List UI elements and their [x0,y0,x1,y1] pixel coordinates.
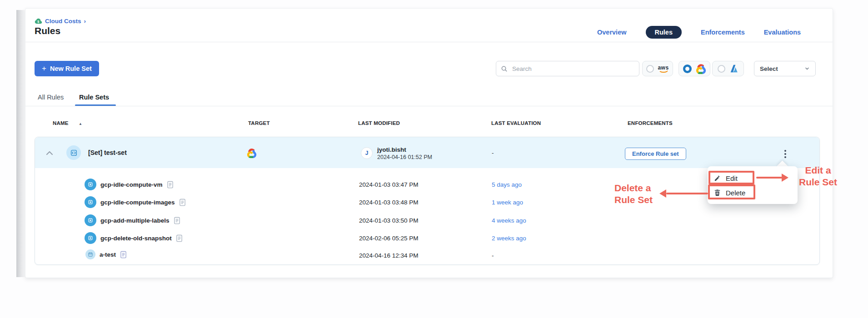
select-label: Select [760,65,778,72]
rule-set-card: [Set] test-set J jyoti.bisht 2024-04-16 … [35,137,820,265]
enforce-rule-set-button[interactable]: Enforce Rule set [625,148,686,160]
tab-all-rules[interactable]: All Rules [38,94,64,101]
rule-doc-icon[interactable] [120,251,127,258]
rule-icon [85,179,96,190]
rule-doc-icon[interactable] [167,181,174,189]
panel-edge-shadow [16,10,25,277]
rule-modified: 2024-02-06 05:25 PM [359,235,419,242]
menu-item-delete-label: Delete [726,189,745,197]
new-rule-set-button[interactable]: + New Rule Set [35,61,99,76]
column-header-last-evaluation: LAST EVALUATION [491,120,541,126]
breadcrumb[interactable]: $ Cloud Costs › [35,17,86,25]
breadcrumb-separator: › [84,18,86,25]
rule-icon [85,214,96,226]
rule-name[interactable]: gcp-idle-compute-vm [100,181,163,188]
table-row[interactable]: gcp-add-multiple-labels 2024-01-03 03:50… [35,211,819,229]
gcp-icon [695,63,706,74]
table-row[interactable]: gcp-idle-compute-vm 2024-01-03 03:47 PM … [35,175,819,194]
menu-item-edit-label: Edit [726,174,738,182]
tab-overview[interactable]: Overview [597,29,627,36]
aws-icon: aws [658,65,668,73]
rule-set-name[interactable]: [Set] test-set [88,149,127,156]
rule-doc-icon[interactable] [174,217,180,224]
rule-set-icon [66,145,81,160]
rule-doc-icon[interactable] [179,199,186,206]
search-icon [501,65,508,72]
rule-evaluation-value: - [492,252,494,259]
column-header-target: TARGET [248,120,270,126]
gcp-radio[interactable] [683,65,692,73]
tab-rule-sets[interactable]: Rule Sets [79,94,109,101]
pencil-icon [714,175,721,182]
svg-text:$: $ [37,20,39,24]
provider-toggle-aws[interactable]: aws [642,61,673,76]
last-evaluation-value: - [492,149,494,156]
table-row[interactable]: gcp-idle-compute-images 2024-01-03 03:48… [35,193,819,211]
rule-icon [85,232,96,244]
breadcrumb-label[interactable]: Cloud Costs [45,18,81,25]
chevron-down-icon [804,66,810,71]
rule-name[interactable]: a-test [100,251,116,258]
column-header-enforcements: ENFORCEMENTS [628,120,673,126]
last-modified-cell: jyoti.bisht 2024-04-16 01:52 PM [377,146,432,160]
rule-evaluation-link[interactable]: 4 weeks ago [492,217,526,224]
search-input[interactable] [511,65,634,73]
select-dropdown[interactable]: Select [754,61,816,76]
rule-name[interactable]: gcp-add-multiple-labels [100,217,170,224]
table-row[interactable]: gcp-delete-old-snapshot 2024-02-06 05:25… [35,229,819,247]
avatar: J [361,147,373,159]
aws-radio[interactable] [646,65,654,73]
chevron-up-icon[interactable] [46,150,53,156]
rule-icon [85,249,95,259]
azure-icon [729,64,739,74]
main-card: $ Cloud Costs › Rules Overview Rules Enf… [25,8,833,278]
sort-asc-icon[interactable]: ▲ [79,122,82,126]
page: $ Cloud Costs › Rules Overview Rules Enf… [0,0,868,318]
menu-item-edit[interactable]: Edit [714,172,791,184]
trash-icon [714,189,721,196]
tab-enforcements[interactable]: Enforcements [701,29,745,36]
search-box[interactable] [496,61,639,76]
tabs-divider [25,106,833,106]
top-nav: Overview Rules Enforcements Evaluations [597,26,801,39]
menu-item-delete[interactable]: Delete [714,186,791,199]
tab-rules[interactable]: Rules [646,26,682,39]
modified-at: 2024-04-16 01:52 PM [377,154,432,160]
new-rule-set-label: New Rule Set [50,65,92,72]
column-header-name[interactable]: NAME [53,120,69,126]
rule-icon [85,196,96,208]
table-row[interactable]: a-test 2024-04-16 12:34 PM - [35,246,819,264]
azure-radio[interactable] [718,65,725,73]
rule-set-header-row[interactable]: [Set] test-set J jyoti.bisht 2024-04-16 … [35,137,819,168]
modified-by: jyoti.bisht [377,146,432,153]
rule-modified: 2024-01-03 03:48 PM [359,199,419,206]
kebab-menu-icon[interactable] [780,147,790,161]
rule-doc-icon[interactable] [176,234,183,242]
cloud-dollar-icon: $ [35,17,42,25]
rule-modified: 2024-04-16 12:34 PM [359,252,419,259]
plus-icon: + [42,64,46,73]
page-title: Rules [35,25,60,36]
rule-name[interactable]: gcp-delete-old-snapshot [100,235,172,242]
provider-toggle-azure[interactable] [712,61,744,76]
column-header-last-modified: LAST MODIFIED [358,120,400,126]
rule-evaluation-link[interactable]: 1 week ago [492,199,523,206]
rule-modified: 2024-01-03 03:47 PM [359,181,419,188]
tab-evaluations[interactable]: Evaluations [764,29,801,36]
provider-toggle-gcp[interactable] [678,61,710,76]
rule-modified: 2024-01-03 03:50 PM [359,217,419,224]
rule-name[interactable]: gcp-idle-compute-images [100,199,175,206]
rule-evaluation-link[interactable]: 2 weeks ago [492,235,526,242]
rule-evaluation-link[interactable]: 5 days ago [492,181,522,188]
gcp-target-icon [246,148,257,158]
header-divider [25,42,833,42]
context-menu: Edit Delete [708,166,798,204]
